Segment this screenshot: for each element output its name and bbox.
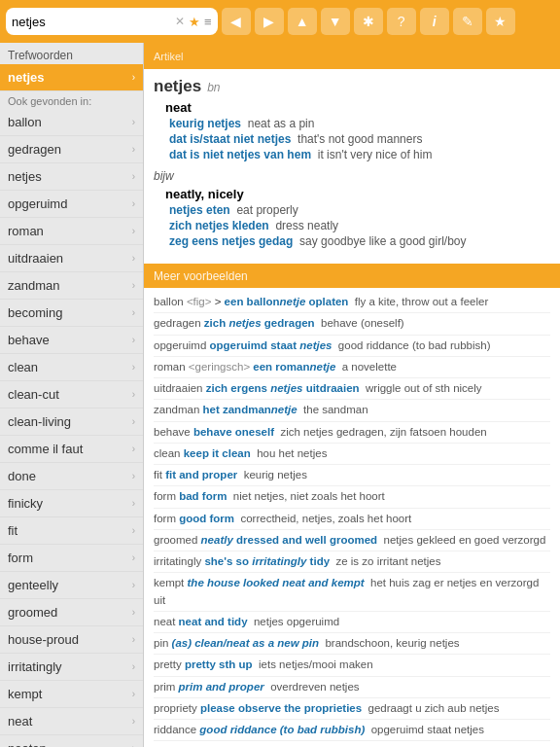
sidebar-item-netjes-active[interactable]: netjes › xyxy=(0,64,143,91)
sidebar-item-uitdraaien[interactable]: uitdraaien › xyxy=(0,245,143,272)
ex-row-kempt: kempt the house looked neat and kempt he… xyxy=(154,573,550,612)
search-icons: ✕ ★ ≡ xyxy=(175,15,212,29)
chevron-icon: › xyxy=(132,416,135,427)
sidebar-item-neat[interactable]: neat › xyxy=(0,708,143,735)
chevron-icon: › xyxy=(132,335,135,345)
chevron-icon: › xyxy=(132,226,135,236)
sidebar-item-netjes[interactable]: netjes › xyxy=(0,163,143,191)
sidebar-item-clean-cut[interactable]: clean-cut › xyxy=(0,381,143,409)
article-panel: Artikel netjes bn neat keurig netjes nea… xyxy=(144,43,560,747)
example-bijw-1: netjes eten eat properly xyxy=(169,203,550,217)
chevron-icon: › xyxy=(132,471,135,481)
ex-row-opgeruimd: opgeruimd opgeruimd staat netjes good ri… xyxy=(154,336,550,357)
example-bijw-3: zeg eens netjes gedag say goodbye like a… xyxy=(169,234,550,248)
chevron-icon: › xyxy=(132,72,135,83)
menu-icon[interactable]: ≡ xyxy=(204,15,212,29)
chevron-icon: › xyxy=(132,280,135,291)
ex-row-prim: prim prim and proper overdreven netjes xyxy=(154,677,550,698)
sidebar-item-kempt[interactable]: kempt › xyxy=(0,681,143,708)
sidebar-item-gedragen[interactable]: gedragen › xyxy=(0,136,143,163)
sidebar-item-irritatingly[interactable]: irritatingly › xyxy=(0,654,143,681)
chevron-icon: › xyxy=(132,525,135,536)
sidebar-item-clean-living[interactable]: clean-living › xyxy=(0,409,143,436)
ex-row-roman: roman <geringsch> een romannetje a novel… xyxy=(154,357,550,378)
sidebar-item-house-proud[interactable]: house-proud › xyxy=(0,626,143,654)
sidebar-item-neaten[interactable]: neaten › xyxy=(0,735,143,747)
up-button[interactable]: ▲ xyxy=(288,8,317,35)
ex-row-behave: behave behave oneself zich netjes gedrag… xyxy=(154,422,550,444)
ex-row-neat: neat neat and tidy netjes opgeruimd xyxy=(154,612,550,633)
chevron-icon: › xyxy=(132,716,135,727)
bijw-label: bijw xyxy=(154,169,550,183)
examples-header: Meer voorbeelden xyxy=(144,264,560,288)
sidebar-item-groomed[interactable]: groomed › xyxy=(0,599,143,626)
example-3: dat is niet netjes van hem it isn't very… xyxy=(169,148,550,161)
sidebar-item-finicky[interactable]: finicky › xyxy=(0,490,143,517)
info-button[interactable]: i xyxy=(420,8,449,35)
ex-row-form-good: form good form correctheid, netjes, zoal… xyxy=(154,509,550,530)
sidebar-item-done[interactable]: done › xyxy=(0,463,143,490)
sidebar-item-roman[interactable]: roman › xyxy=(0,218,143,245)
ex-row-gedragen: gedragen zich netjes gedragen behave (on… xyxy=(154,313,550,335)
sidebar-item-opgeruimd[interactable]: opgeruimd › xyxy=(0,191,143,218)
chevron-icon: › xyxy=(132,444,135,454)
pos-label: bn xyxy=(207,81,220,94)
main-area: Trefwoorden netjes › Ook gevonden in: ba… xyxy=(0,43,560,747)
chevron-icon: › xyxy=(132,498,135,509)
search-input[interactable] xyxy=(12,15,175,29)
chevron-icon: › xyxy=(132,552,135,563)
toolbar: ✕ ★ ≡ ◀ ▶ ▲ ▼ ✱ ? i ✎ ★ xyxy=(0,0,560,43)
favorite-button[interactable]: ★ xyxy=(486,8,515,35)
example-1: keurig netjes neat as a pin xyxy=(169,117,550,130)
back-button[interactable]: ◀ xyxy=(222,8,251,35)
ook-gevonden-label: Ook gevonden in: xyxy=(0,91,143,109)
forward-button[interactable]: ▶ xyxy=(255,8,284,35)
chevron-icon: › xyxy=(132,253,135,264)
clear-icon[interactable]: ✕ xyxy=(175,15,185,28)
chevron-icon: › xyxy=(132,144,135,155)
sidebar-item-form[interactable]: form › xyxy=(0,545,143,572)
sidebar-item-zandman[interactable]: zandman › xyxy=(0,272,143,300)
ex-row-irritatingly: irritatingly she's so irritatingly tidy … xyxy=(154,551,550,573)
chevron-icon: › xyxy=(132,743,135,747)
asterisk-button[interactable]: ✱ xyxy=(354,8,383,35)
sidebar-item-behave[interactable]: behave › xyxy=(0,327,143,354)
sidebar-item-comme-il-faut[interactable]: comme il faut › xyxy=(0,436,143,463)
article-header: Artikel xyxy=(144,43,560,69)
chevron-icon: › xyxy=(132,389,135,400)
chevron-icon: › xyxy=(132,607,135,618)
ex-row-uitdraaien: uitdraaien zich ergens netjes uitdraaien… xyxy=(154,378,550,400)
sense-neatly: neatly, nicely netjes eten eat properly … xyxy=(165,187,550,248)
chevron-icon: › xyxy=(132,198,135,209)
chevron-icon: › xyxy=(132,362,135,373)
chevron-icon: › xyxy=(132,634,135,645)
edit-button[interactable]: ✎ xyxy=(453,8,482,35)
ex-row-pretty: pretty pretty sth up iets netjes/mooi ma… xyxy=(154,655,550,676)
examples-body: ballon <fig> > een ballonnetje oplaten f… xyxy=(144,288,560,747)
example-bijw-2: zich netjes kleden dress neatly xyxy=(169,219,550,232)
down-button[interactable]: ▼ xyxy=(321,8,350,35)
chevron-icon: › xyxy=(132,661,135,672)
search-bar[interactable]: ✕ ★ ≡ xyxy=(6,8,218,35)
example-2: dat is/staat niet netjes that's not good… xyxy=(169,132,550,146)
sense-bijw-label: neatly, nicely xyxy=(165,187,244,201)
chevron-icon: › xyxy=(132,171,135,182)
help-button[interactable]: ? xyxy=(387,8,416,35)
sense-neat: neat keurig netjes neat as a pin dat is/… xyxy=(165,100,550,161)
ex-row-propriety: propriety please observe the proprieties… xyxy=(154,698,550,720)
sidebar-item-fit[interactable]: fit › xyxy=(0,517,143,545)
sidebar: Trefwoorden netjes › Ook gevonden in: ba… xyxy=(0,43,144,747)
ex-row-pin: pin (as) clean/neat as a new pin brandsc… xyxy=(154,633,550,655)
meer-voorbeelden-label: Meer voorbeelden xyxy=(154,269,248,283)
sidebar-item-clean[interactable]: clean › xyxy=(0,354,143,381)
chevron-icon: › xyxy=(132,307,135,318)
sense-label: neat xyxy=(165,100,192,115)
star-icon[interactable]: ★ xyxy=(189,15,200,29)
sidebar-item-becoming[interactable]: becoming › xyxy=(0,300,143,327)
ex-row-zandman: zandman het zandmannetje the sandman xyxy=(154,400,550,421)
trefwoorden-label: Trefwoorden xyxy=(0,43,143,64)
sidebar-item-genteelly[interactable]: genteelly › xyxy=(0,572,143,599)
sidebar-item-ballon[interactable]: ballon › xyxy=(0,109,143,136)
ex-row-slick: slick <Am> slick sbd/sth up iem./iets op… xyxy=(154,741,550,747)
article-body: netjes bn neat keurig netjes neat as a p… xyxy=(144,69,560,264)
